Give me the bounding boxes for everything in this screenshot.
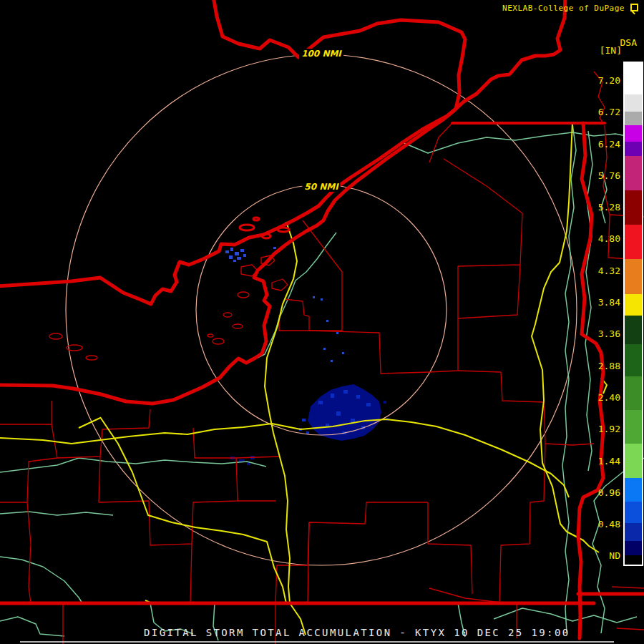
- scale-label: 5.76: [598, 170, 620, 182]
- scale-label: 7.20: [598, 75, 620, 87]
- scale-label: 4.80: [598, 233, 620, 245]
- product-units-label: [IN]: [600, 45, 622, 56]
- ring-100nmi: [66, 54, 577, 565]
- scale-label: 5.28: [598, 202, 620, 213]
- color-scale-segment: [625, 444, 642, 478]
- radar-map: [0, 0, 644, 644]
- color-scale-segment: [625, 142, 642, 156]
- scale-label: 0.48: [598, 519, 620, 530]
- county-lines: [0, 72, 644, 644]
- scale-label: 2.40: [598, 392, 620, 404]
- color-scale-segment: [625, 376, 642, 410]
- echo-sparse-dots: [313, 296, 344, 362]
- color-scale-segment: [625, 112, 642, 125]
- brand-text[interactable]: NEXLAB-College of DuPage: [502, 4, 625, 13]
- color-scale-segment: [625, 344, 642, 376]
- color-scale-segment: [625, 63, 642, 94]
- scale-label: ND: [609, 550, 620, 562]
- scale-label: 0.96: [598, 487, 620, 499]
- color-scale-segment: [625, 523, 642, 541]
- islands: [240, 218, 289, 238]
- cod-logo-icon: [630, 4, 638, 11]
- color-scale-segment: [625, 410, 642, 444]
- scale-label: 4.32: [598, 265, 620, 277]
- border-lines: [0, 0, 644, 638]
- ring-label-50nmi: 50 NMI: [302, 182, 340, 192]
- color-scale-segment: [625, 316, 642, 344]
- scale-label: 1.44: [598, 456, 620, 467]
- product-caption: DIGITAL STORM TOTAL ACCUMULATION - KTYX …: [144, 627, 570, 638]
- scale-label: 6.24: [598, 139, 620, 150]
- scale-label: 3.84: [598, 297, 620, 308]
- color-scale-segment: [625, 478, 642, 502]
- color-scale-segment: [625, 190, 642, 225]
- lake-east-shore: [0, 0, 565, 404]
- product-code-label: DSA: [620, 37, 637, 48]
- scale-label: 6.72: [598, 107, 620, 118]
- color-scale-segment: [625, 555, 642, 565]
- color-scale-segment: [625, 125, 642, 142]
- radar-viewer: 100 NMI 50 NMI NEXLAB-College of DuPage …: [0, 0, 644, 644]
- color-scale-bar: [623, 62, 643, 566]
- color-scale-segment: [625, 294, 642, 316]
- color-scale-segment: [625, 94, 642, 112]
- scale-label: 1.92: [598, 424, 620, 435]
- color-scale-segment: [625, 259, 642, 294]
- ring-label-100nmi: 100 NMI: [299, 49, 343, 59]
- color-scale-segment: [625, 541, 642, 555]
- color-scale-segment: [625, 156, 642, 190]
- scale-label: 3.36: [598, 328, 620, 340]
- color-scale-segment: [625, 225, 642, 259]
- radar-echo-layer: [225, 247, 389, 465]
- range-rings: [66, 54, 577, 565]
- scale-label: 2.88: [598, 361, 620, 372]
- color-scale-segment: [625, 502, 642, 523]
